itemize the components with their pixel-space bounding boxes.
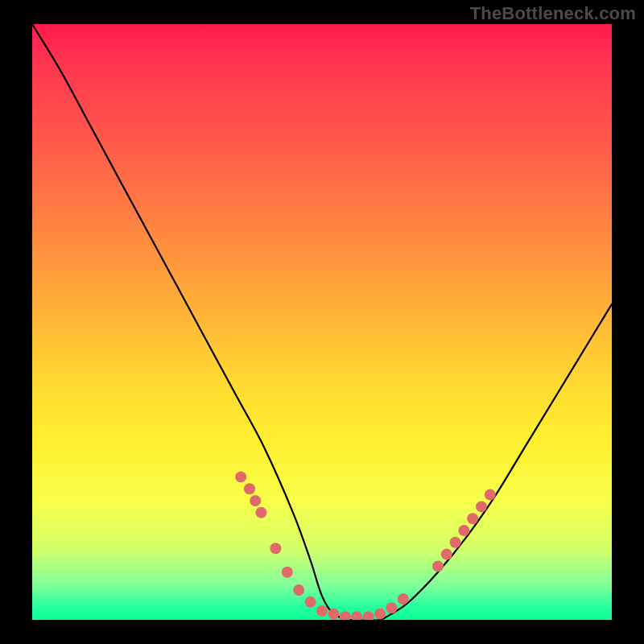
curve-svg: [32, 24, 612, 620]
marker-dot: [485, 489, 496, 501]
marker-dot: [235, 471, 246, 482]
marker-dot: [467, 513, 478, 524]
marker-dot: [398, 593, 409, 605]
marker-dot: [458, 525, 469, 536]
marker-dot: [450, 537, 461, 548]
marker-dot: [305, 597, 316, 608]
marker-dot: [250, 495, 261, 506]
marker-dot: [328, 609, 339, 620]
curve-path: [32, 24, 612, 620]
marker-dot: [476, 501, 487, 512]
marker-dot: [282, 567, 293, 578]
marker-dot: [432, 560, 444, 572]
chart-frame: TheBottleneck.com: [0, 0, 644, 644]
marker-dot: [386, 602, 397, 613]
marker-dot: [351, 611, 362, 620]
marker-group: [235, 471, 496, 620]
marker-dot: [363, 611, 374, 620]
marker-dot: [340, 611, 351, 620]
marker-dot: [293, 584, 304, 596]
marker-dot: [270, 543, 281, 554]
marker-dot: [441, 549, 452, 560]
marker-dot: [316, 605, 328, 617]
curve-line-group: [32, 24, 612, 620]
plot-area: [32, 24, 612, 620]
marker-dot: [374, 609, 386, 620]
marker-dot: [244, 483, 255, 494]
watermark-text: TheBottleneck.com: [470, 3, 636, 24]
marker-dot: [255, 507, 266, 518]
